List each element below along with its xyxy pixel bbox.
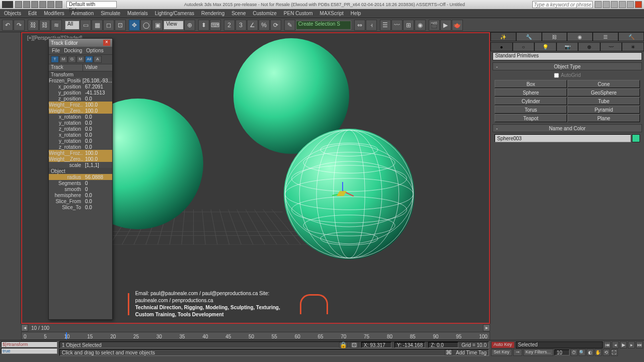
primitive-box[interactable]: Box (495, 80, 567, 88)
nav-orbit-icon[interactable]: ⟲ (603, 349, 610, 356)
primitive-plane[interactable]: Plane (568, 114, 640, 122)
track-row[interactable]: Object (49, 168, 112, 174)
link-icon[interactable]: ⛓ (28, 20, 39, 31)
angle-snap-icon[interactable]: ∠ (247, 20, 258, 31)
min-icon[interactable] (619, 1, 626, 8)
spacewarps-icon[interactable]: 〰 (600, 42, 622, 51)
curve-editor-icon[interactable]: 〰 (391, 20, 403, 31)
menu-animation[interactable]: Animation (71, 11, 94, 16)
primitive-torus[interactable]: Torus (495, 106, 567, 114)
select-rect-icon[interactable]: ◻ (103, 20, 114, 31)
key-icon[interactable]: ⊸ (513, 349, 522, 356)
selection-filter-dropdown[interactable]: All (65, 21, 79, 30)
edit-selset-icon[interactable]: ✎ (284, 20, 295, 31)
keyboard-icon[interactable]: ⌨ (210, 20, 221, 31)
nav-fov-icon[interactable]: ◐ (587, 349, 594, 356)
qat-undo-icon[interactable] (39, 1, 46, 8)
menu-rendering[interactable]: Rendering (201, 11, 224, 16)
undo-icon[interactable]: ↶ (2, 20, 13, 31)
geometry-icon[interactable]: ● (491, 42, 513, 51)
qat-redo-icon[interactable] (47, 1, 54, 8)
ref-coord-dropdown[interactable]: View (164, 21, 184, 30)
display-tab-icon[interactable]: ☰ (593, 32, 618, 41)
named-selset-dropdown[interactable]: Create Selection S (296, 21, 351, 30)
mirror-icon[interactable]: ⇔ (354, 20, 365, 31)
menu-modifiers[interactable]: Modifiers (44, 11, 64, 16)
create-tab-icon[interactable]: ✨ (491, 32, 516, 41)
te-btn-1[interactable]: M (59, 56, 67, 63)
autokey-button[interactable]: Auto Key (491, 341, 515, 348)
star-icon[interactable] (611, 1, 618, 8)
te-btn-5[interactable]: A (94, 56, 102, 63)
spinner-snap-icon[interactable]: ⟳ (270, 20, 281, 31)
motion-tab-icon[interactable]: ◉ (567, 32, 593, 41)
track-row[interactable]: z_rotation0.0 (49, 126, 112, 132)
y-coord[interactable]: Y: -134.168 (394, 342, 425, 348)
scale-icon[interactable]: ▣ (152, 20, 163, 31)
timeline-prev-icon[interactable]: ◂ (21, 324, 28, 331)
material-icon[interactable]: ◉ (415, 20, 426, 31)
primitive-teapot[interactable]: Teapot (495, 114, 567, 122)
track-editor-titlebar[interactable]: Track Editor × (49, 39, 112, 47)
autogrid-checkbox[interactable] (554, 73, 559, 78)
menu-maxscript[interactable]: MAXScript (320, 11, 344, 16)
x-coord[interactable]: X: 93.317 (361, 342, 391, 348)
goto-end-icon[interactable]: ⏭ (636, 341, 643, 348)
qat-link-icon[interactable] (55, 1, 62, 8)
manip-icon[interactable]: ⬍ (198, 20, 209, 31)
current-frame-input[interactable]: 10 (554, 349, 570, 355)
track-row[interactable]: x_position67.2091 (49, 83, 112, 89)
max-icon[interactable] (627, 1, 634, 8)
te-btn-3[interactable]: M (76, 56, 85, 63)
menu-lightingcameras[interactable]: Lighting/Cameras (155, 11, 194, 16)
te-menu-docking[interactable]: Docking (64, 48, 82, 53)
name-color-rollout[interactable]: Name and Color (493, 124, 642, 132)
bind-icon[interactable]: ≋ (51, 20, 62, 31)
play-icon[interactable]: ▶ (620, 341, 627, 348)
redo-icon[interactable]: ↷ (14, 20, 25, 31)
move-icon[interactable]: ✥ (129, 20, 140, 31)
timeline-next-icon[interactable]: ▸ (483, 324, 490, 331)
hierarchy-tab-icon[interactable]: ⛓ (542, 32, 568, 41)
keymode-dropdown[interactable]: Selected (516, 341, 603, 348)
te-btn-2[interactable]: G (68, 56, 76, 63)
track-row[interactable]: x_rotation0.0 (49, 114, 112, 120)
z-coord[interactable]: Z: 0.0 (428, 342, 458, 348)
track-row[interactable]: Weight__Froz...100.0 (49, 102, 112, 108)
iso-icon[interactable]: ⊡ (350, 342, 358, 348)
select-name-icon[interactable]: ▦ (92, 20, 103, 31)
track-row[interactable]: Frozen_Position[26.108,-93... (49, 77, 112, 83)
track-row[interactable]: y_rotation0.0 (49, 120, 112, 126)
nav-max-icon[interactable]: ⛶ (611, 349, 618, 356)
object-name-input[interactable] (495, 134, 631, 142)
schematic-icon[interactable]: ⊞ (403, 20, 414, 31)
setkey-button[interactable]: Set Key (491, 349, 512, 356)
menu-simulate[interactable]: Simulate (101, 11, 120, 16)
track-row[interactable]: Weight__Froz...100.0 (49, 150, 112, 156)
te-menu-file[interactable]: File (52, 48, 60, 53)
track-row[interactable]: Weight__Zero...100.0 (49, 108, 112, 114)
search-input[interactable] (532, 1, 593, 8)
close-icon[interactable] (635, 1, 642, 8)
primitive-geosphere[interactable]: GeoSphere (568, 88, 640, 97)
primitive-sphere[interactable]: Sphere (495, 88, 567, 97)
qat-new-icon[interactable] (15, 1, 22, 8)
track-row[interactable]: Segments0 (49, 180, 112, 186)
comm-icon[interactable] (603, 1, 610, 8)
render-setup-icon[interactable]: 🎬 (429, 20, 440, 31)
primitive-tube[interactable]: Tube (568, 97, 640, 105)
unlink-icon[interactable]: ⛓ (39, 20, 50, 31)
menu-customize[interactable]: Customize (253, 11, 277, 16)
track-row[interactable]: Weight__Zero...100.0 (49, 156, 112, 162)
primitive-cylinder[interactable]: Cylinder (495, 97, 567, 105)
window-cross-icon[interactable]: ⊡ (115, 20, 126, 31)
layers-icon[interactable]: ☰ (380, 20, 391, 31)
menu-scene[interactable]: Scene (231, 11, 246, 16)
te-btn-0[interactable]: T (51, 56, 59, 63)
lock-icon[interactable]: 🔒 (339, 342, 347, 348)
pivot-icon[interactable]: ⊕ (184, 20, 195, 31)
select-icon[interactable]: ▭ (80, 20, 91, 31)
track-row[interactable]: Slice_To0.0 (49, 204, 112, 210)
helpers-icon[interactable]: ⊕ (578, 42, 600, 51)
lights-icon[interactable]: 💡 (534, 42, 556, 51)
